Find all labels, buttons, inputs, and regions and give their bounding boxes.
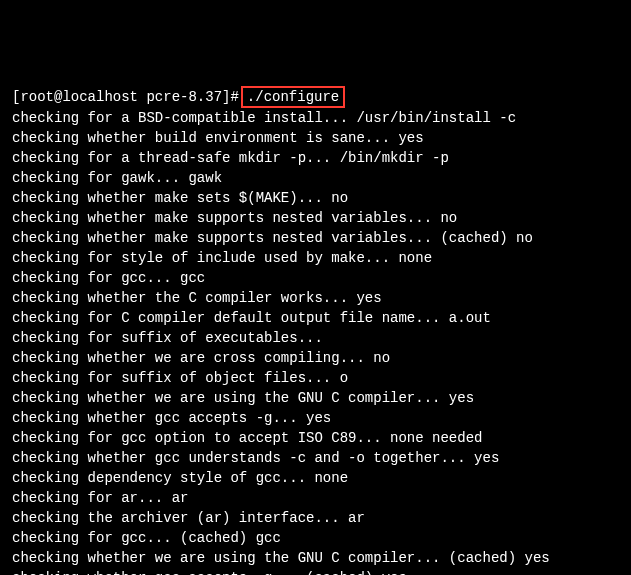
terminal-output-line: checking for a thread-safe mkdir -p... /…: [12, 148, 619, 168]
terminal-output-line: checking for ar... ar: [12, 488, 619, 508]
terminal-output-line: checking the archiver (ar) interface... …: [12, 508, 619, 528]
terminal-output-line: checking whether make sets $(MAKE)... no: [12, 188, 619, 208]
terminal-output-line: checking for C compiler default output f…: [12, 308, 619, 328]
terminal-output-line: checking for gawk... gawk: [12, 168, 619, 188]
terminal-output-line: checking whether we are using the GNU C …: [12, 548, 619, 568]
terminal-output-line: checking for suffix of executables...: [12, 328, 619, 348]
terminal-output-line: checking whether make supports nested va…: [12, 208, 619, 228]
shell-prompt-line: [root@localhost pcre-8.37]#./configure: [12, 86, 619, 108]
terminal-output-line: checking for style of include used by ma…: [12, 248, 619, 268]
terminal-output-line: checking for gcc... gcc: [12, 268, 619, 288]
terminal-output-line: checking whether gcc understands -c and …: [12, 448, 619, 468]
terminal-output-line: checking whether build environment is sa…: [12, 128, 619, 148]
terminal-output-line: checking whether the C compiler works...…: [12, 288, 619, 308]
terminal-output-line: checking whether make supports nested va…: [12, 228, 619, 248]
terminal-output-line: checking whether gcc accepts -g... yes: [12, 408, 619, 428]
terminal-output-line: checking dependency style of gcc... none: [12, 468, 619, 488]
terminal-output-line: checking for suffix of object files... o: [12, 368, 619, 388]
terminal-output-line: checking for a BSD-compatible install...…: [12, 108, 619, 128]
terminal-output-line: checking whether we are cross compiling.…: [12, 348, 619, 368]
terminal-output-line: checking whether gcc accepts -g... (cach…: [12, 568, 619, 575]
shell-prompt: [root@localhost pcre-8.37]#: [12, 89, 239, 105]
command-highlight: ./configure: [241, 86, 345, 108]
terminal-output-line: checking whether we are using the GNU C …: [12, 388, 619, 408]
terminal-output-line: checking for gcc option to accept ISO C8…: [12, 428, 619, 448]
terminal-output-line: checking for gcc... (cached) gcc: [12, 528, 619, 548]
